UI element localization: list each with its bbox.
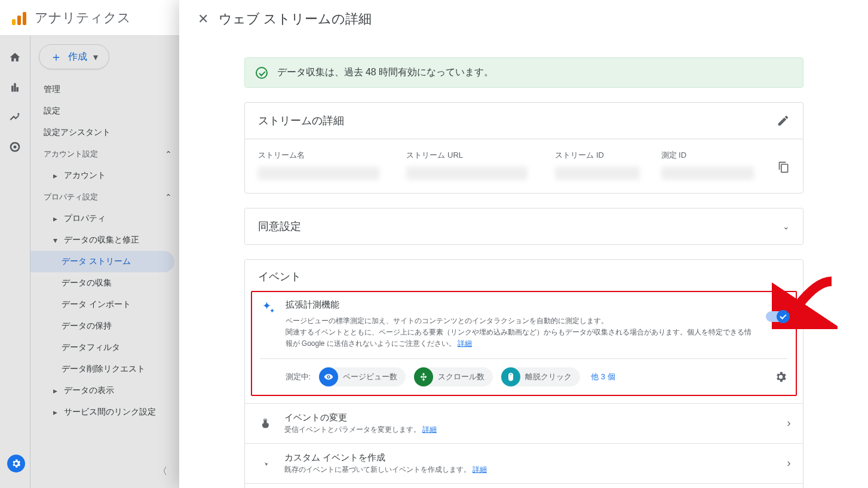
admin-sidenav: ＋ 作成 ▾ 管理 設定 設定アシスタント アカウント設定⌃ ▸アカウント プロ… — [30, 36, 179, 488]
consent-row[interactable]: 同意設定 ⌄ — [245, 208, 803, 244]
stream-id-label: ストリーム ID — [555, 150, 655, 161]
eye-icon — [319, 367, 338, 386]
stream-name-value — [258, 167, 379, 180]
custom-events-title: カスタム イベントを作成 — [284, 452, 787, 464]
triangle-right-icon: ▸ — [53, 214, 59, 223]
scroll-icon — [414, 367, 433, 386]
analytics-logo-icon — [12, 11, 26, 25]
stream-url-label: ストリーム URL — [406, 150, 549, 161]
admin-settings-fab[interactable] — [7, 455, 25, 472]
events-card: イベント 拡張計測機能 ページビューの標準測定に加え、サイトのコンテンツとのイン… — [244, 259, 803, 488]
chevron-down-icon: ⌄ — [783, 222, 790, 231]
plus-icon: ＋ — [50, 49, 62, 65]
chevron-right-icon: › — [787, 417, 791, 429]
create-button[interactable]: ＋ 作成 ▾ — [39, 44, 109, 69]
advertising-icon[interactable] — [8, 140, 22, 154]
enhanced-measurement-toggle[interactable] — [766, 311, 787, 322]
create-button-label: 作成 — [68, 51, 87, 63]
enhanced-desc: ページビューの標準測定に加え、サイトのコンテンツとのインタラクションを自動的に測… — [286, 315, 754, 350]
enhanced-learn-more-link[interactable]: 詳細 — [458, 339, 472, 348]
events-title: イベント — [245, 260, 803, 284]
nav-data-retention[interactable]: データの保持 — [30, 315, 179, 337]
collapse-sidebar-button[interactable]: 〈 — [154, 463, 171, 480]
svg-point-1 — [14, 146, 17, 149]
stream-name-label: ストリーム名 — [258, 150, 401, 161]
consent-title: 同意設定 — [258, 219, 301, 234]
stream-name-col: ストリーム名 — [258, 142, 401, 180]
nav-setup-assistant[interactable]: 設定アシスタント — [30, 122, 179, 143]
nav-collection-group[interactable]: ▾データの収集と修正 — [30, 229, 179, 251]
nav-property-group[interactable]: プロパティ設定⌃ — [30, 186, 179, 208]
nav-account[interactable]: ▸アカウント — [30, 165, 179, 186]
explore-icon[interactable] — [8, 110, 22, 124]
nav-data-filters[interactable]: データフィルタ — [30, 337, 179, 358]
triangle-right-icon: ▸ — [53, 407, 59, 417]
close-button[interactable]: ✕ — [191, 7, 215, 31]
panel-body: データ収集は、過去 48 時間有効になっています。 ストリームの詳細 ストリーム… — [179, 38, 868, 488]
consent-card: 同意設定 ⌄ — [244, 208, 803, 245]
enhanced-measurement-highlight: 拡張計測機能 ページビューの標準測定に加え、サイトのコンテンツとのインタラクショ… — [251, 291, 797, 396]
nav-data-display[interactable]: ▸データの表示 — [30, 380, 179, 401]
triangle-right-icon: ▸ — [53, 171, 59, 180]
mouse-icon — [501, 367, 520, 386]
triangle-right-icon: ▸ — [53, 386, 59, 395]
app-title: アナリティクス — [35, 9, 131, 27]
modify-events-title: イベントの変更 — [284, 412, 787, 423]
triangle-down-icon: ▾ — [53, 235, 59, 245]
chevron-up-icon: ⌃ — [165, 149, 172, 159]
nav-admin[interactable]: 管理 — [30, 79, 179, 100]
enhanced-settings-button[interactable] — [774, 370, 787, 383]
left-rail — [0, 36, 30, 488]
more-chips-link[interactable]: 他 3 個 — [591, 372, 615, 382]
nav-data-import[interactable]: データ インポート — [30, 294, 179, 315]
card-header: ストリームの詳細 — [245, 103, 803, 139]
sparkle-icon — [260, 299, 277, 316]
edit-button[interactable] — [777, 114, 790, 127]
home-icon[interactable] — [8, 50, 22, 65]
divider — [260, 358, 787, 359]
mp-secret-row[interactable]: Measurement Protocol API secret API Secr… — [245, 483, 803, 488]
cursor-click-icon — [257, 455, 274, 472]
nav-property[interactable]: ▸プロパティ — [30, 208, 179, 229]
check-circle-icon — [256, 67, 268, 79]
panel-header: ✕ ウェブ ストリームの詳細 — [179, 0, 868, 38]
modify-events-row[interactable]: イベントの変更 受信イベントとパラメータを変更します。 詳細 › — [245, 403, 803, 443]
nav-service-links[interactable]: ▸サービス間のリンク設定 — [30, 401, 179, 423]
stream-details-card: ストリームの詳細 ストリーム名 ストリーム URL ストリーム ID — [244, 102, 803, 194]
nav-account-group[interactable]: アカウント設定⌃ — [30, 143, 179, 165]
measurement-id-label: 測定 ID — [661, 150, 771, 161]
banner-text: データ収集は、過去 48 時間有効になっています。 — [277, 66, 494, 79]
chip-scrolls: スクロール数 — [414, 367, 493, 386]
stream-url-value — [406, 167, 527, 180]
nav-data-streams[interactable]: データ ストリーム — [30, 251, 174, 272]
panel-title: ウェブ ストリームの詳細 — [219, 10, 372, 28]
measurement-id-col: 測定 ID — [661, 142, 790, 180]
custom-events-link[interactable]: 詳細 — [473, 465, 487, 474]
stream-url-col: ストリーム URL — [406, 142, 549, 180]
chevron-right-icon: › — [787, 457, 791, 469]
enhanced-title: 拡張計測機能 — [286, 299, 754, 311]
chevron-up-icon: ⌃ — [165, 192, 172, 202]
toggle-knob-check-icon — [777, 310, 790, 323]
copy-button[interactable] — [778, 161, 790, 173]
caret-down-icon: ▾ — [93, 51, 98, 63]
nav-data-collection[interactable]: データの収集 — [30, 272, 179, 294]
panel-content: データ収集は、過去 48 時間有効になっています。 ストリームの詳細 ストリーム… — [244, 38, 803, 488]
modify-events-link[interactable]: 詳細 — [422, 425, 437, 434]
card-title: ストリームの詳細 — [258, 113, 344, 128]
nav-settings[interactable]: 設定 — [30, 100, 179, 122]
stream-id-col: ストリーム ID — [555, 142, 655, 180]
svg-point-0 — [17, 113, 19, 115]
nav-data-delete[interactable]: データ削除リクエスト — [30, 358, 179, 380]
stream-details-panel: ✕ ウェブ ストリームの詳細 データ収集は、過去 48 時間有効になっています。… — [179, 0, 868, 488]
stream-fields: ストリーム名 ストリーム URL ストリーム ID 測定 ID — [245, 139, 803, 193]
stream-id-value — [555, 167, 640, 180]
touch-icon — [257, 415, 274, 432]
measuring-label: 測定中: — [286, 372, 311, 382]
status-banner: データ収集は、過去 48 時間有効になっています。 — [244, 57, 803, 88]
chip-pageviews: ページビュー数 — [319, 367, 406, 386]
custom-events-row[interactable]: カスタム イベントを作成 既存のイベントに基づいて新しいイベントを作成します。 … — [245, 443, 803, 483]
measuring-row: 測定中: ページビュー数 スクロール数 離脱クリック 他 3 個 — [260, 367, 787, 386]
reports-icon[interactable] — [8, 80, 22, 94]
chip-outbound: 離脱クリック — [501, 367, 580, 386]
